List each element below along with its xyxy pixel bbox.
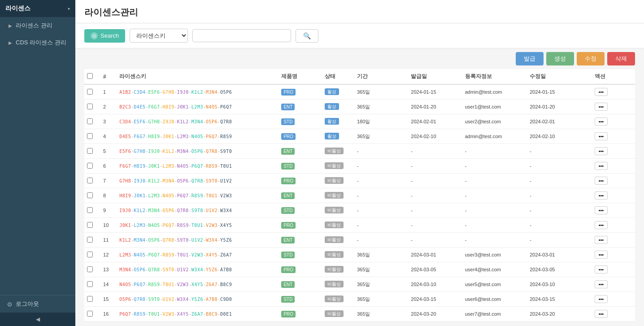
table-row: 6 F6G7-H8I9-J0K1-L2M3-N4O5-P6Q7-R8S9-T0U… (84, 159, 635, 174)
row-num: 2 (100, 100, 117, 114)
row-key: I9J0-K1L2-M3N4-O5P6-Q7R8-S9T0-U1V2-W3X4 (117, 203, 278, 218)
row-checkbox-cell (84, 248, 100, 262)
row-action-button[interactable]: ••• (595, 251, 608, 259)
row-action-button[interactable]: ••• (595, 177, 608, 185)
row-checkbox[interactable] (87, 133, 93, 139)
edit-button[interactable]: 수정 (577, 52, 605, 65)
row-update-date: 2024-02-10 (527, 129, 592, 144)
row-checkbox[interactable] (87, 104, 93, 109)
row-issue-date: - (408, 233, 462, 248)
col-header-product: 제품명 (278, 69, 322, 84)
row-registrar: - (462, 159, 527, 174)
sidebar-logout-item[interactable]: ⊙ 로그아웃 (0, 295, 75, 313)
row-registrar: - (462, 174, 527, 188)
row-product: STD (278, 292, 322, 307)
row-checkbox[interactable] (87, 207, 93, 213)
row-action-button[interactable]: ••• (595, 221, 608, 229)
row-product: ENT (278, 144, 322, 159)
row-issue-date: 2024-03-20 (408, 307, 462, 322)
row-update-date: 2024-03-10 (527, 277, 592, 292)
row-checkbox[interactable] (87, 89, 93, 95)
table-row: 1 A1B2-C3D4-E5F6-G7H8-I9J0-K1L2-M3N4-O5P… (84, 84, 635, 100)
col-header-num: # (100, 69, 117, 84)
row-action-button[interactable]: ••• (595, 88, 608, 96)
sidebar-collapse-button[interactable]: ◀ (0, 313, 75, 326)
row-period: - (354, 174, 408, 188)
search-button[interactable]: 🔍 (296, 29, 318, 43)
page-title-bar: 라이센스관리 (75, 0, 644, 23)
row-key: F6G7-H8I9-J0K1-L2M3-N4O5-P6Q7-R8S9-T0U1 (117, 159, 278, 174)
row-num: 15 (100, 292, 117, 307)
row-registrar: user1@test.com (462, 100, 527, 114)
row-status: 비활성 (322, 248, 354, 262)
sidebar-item-cds-license-mgmt[interactable]: ▶ CDS 라이센스 관리 (0, 34, 75, 51)
create-button[interactable]: 생성 (546, 52, 574, 65)
row-status: 활성 (322, 84, 354, 100)
row-period: 365일 (354, 262, 408, 277)
row-num: 5 (100, 144, 117, 159)
row-num: 11 (100, 233, 117, 248)
row-action-button[interactable]: ••• (595, 191, 608, 200)
row-issue-date: - (408, 203, 462, 218)
row-registrar: user4@test.com (462, 262, 527, 277)
row-issue-date: 2024-02-01 (408, 114, 462, 129)
row-action: ••• (592, 174, 635, 188)
row-action: ••• (592, 248, 635, 262)
row-action-button[interactable]: ••• (595, 310, 608, 318)
row-action-button[interactable]: ••• (595, 295, 608, 303)
row-action-button[interactable]: ••• (595, 117, 608, 126)
row-action-button[interactable]: ••• (595, 162, 608, 170)
row-issue-date: 2024-02-10 (408, 129, 462, 144)
row-period: 365일 (354, 277, 408, 292)
col-header-register: 등록자정보 (462, 69, 527, 84)
row-action-button[interactable]: ••• (595, 236, 608, 244)
row-period: 365일 (354, 292, 408, 307)
table-container: # 라이센스키 제품명 상태 기간 발급일 등록자정보 수정일 액션 1 A1B… (75, 69, 644, 326)
sidebar-title-item[interactable]: 라이센스 ▾ (0, 0, 75, 17)
row-checkbox[interactable] (87, 311, 93, 317)
row-action-button[interactable]: ••• (595, 132, 608, 140)
row-action: ••• (592, 262, 635, 277)
row-checkbox[interactable] (87, 178, 93, 183)
select-all-checkbox[interactable] (87, 73, 93, 79)
row-update-date: 2024-02-01 (527, 114, 592, 129)
table-row: 13 M3N4-O5P6-Q7R8-S9T0-U1V2-W3X4-Y5Z6-A7… (84, 262, 635, 277)
row-registrar: admin@test.com (462, 129, 527, 144)
row-checkbox[interactable] (87, 266, 93, 272)
row-action: ••• (592, 203, 635, 218)
sidebar-arrow-icon: ▶ (9, 23, 12, 28)
row-action: ••• (592, 188, 635, 203)
row-checkbox-cell (84, 188, 100, 203)
row-action-button[interactable]: ••• (595, 265, 608, 274)
sidebar-item-license-mgmt[interactable]: ▶ 라이센스 관리 (0, 17, 75, 34)
search-toggle-button[interactable]: ◎ Search (84, 29, 125, 43)
row-checkbox[interactable] (87, 163, 93, 169)
row-action-button[interactable]: ••• (595, 206, 608, 214)
row-checkbox[interactable] (87, 252, 93, 257)
row-checkbox[interactable] (87, 281, 93, 287)
row-period: 365일 (354, 129, 408, 144)
row-registrar: - (462, 144, 527, 159)
search-select[interactable]: 라이센스키 제품명 상태 (130, 29, 188, 43)
row-period: 365일 (354, 307, 408, 322)
row-product: PRO (278, 129, 322, 144)
row-action-button[interactable]: ••• (595, 280, 608, 288)
search-input[interactable] (192, 29, 291, 42)
row-action-button[interactable]: ••• (595, 147, 608, 155)
row-checkbox[interactable] (87, 296, 93, 302)
row-update-date: - (527, 159, 592, 174)
row-action-button[interactable]: ••• (595, 103, 608, 111)
row-product: PRO (278, 174, 322, 188)
row-checkbox[interactable] (87, 148, 93, 154)
row-key: M3N4-O5P6-Q7R8-S9T0-U1V2-W3X4-Y5Z6-A7B8 (117, 262, 278, 277)
row-checkbox[interactable] (87, 237, 93, 243)
row-num: 9 (100, 203, 117, 218)
issue-button[interactable]: 발급 (516, 52, 544, 65)
row-checkbox[interactable] (87, 222, 93, 228)
row-checkbox[interactable] (87, 118, 93, 124)
row-action: ••• (592, 129, 635, 144)
table-row: 7 G7H8-I9J0-K1L2-M3N4-O5P6-Q7R8-S9T0-U1V… (84, 174, 635, 188)
delete-button[interactable]: 삭제 (607, 52, 635, 65)
row-status: 활성 (322, 114, 354, 129)
row-checkbox[interactable] (87, 192, 93, 198)
